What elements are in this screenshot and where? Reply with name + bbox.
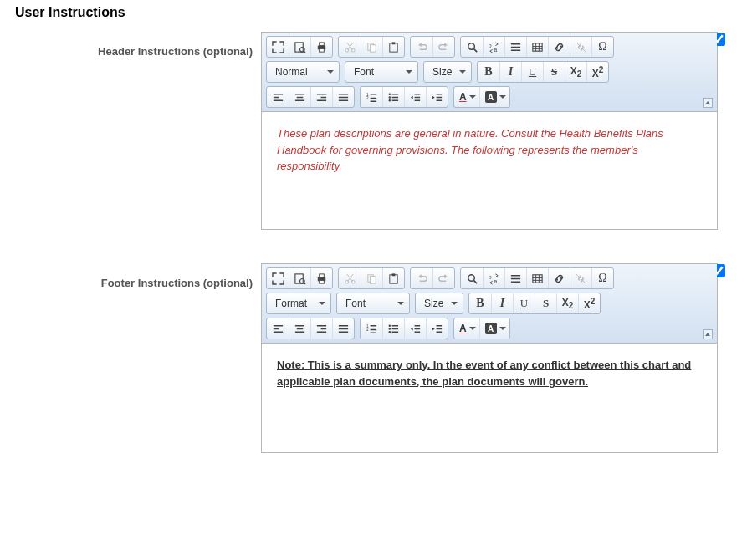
header-content-area[interactable]: These plan descriptions are general in n… [262,112,717,229]
unordered-list-icon[interactable] [382,318,404,339]
align-left-icon[interactable] [267,318,289,339]
header-instructions-label: Header Instructions (optional) [0,32,261,58]
superscript-button[interactable]: X2 [586,62,608,82]
svg-point-45 [389,96,391,98]
italic-button[interactable]: I [499,62,521,82]
copy-icon[interactable] [361,37,382,57]
special-char-icon[interactable]: Ω [591,268,613,288]
svg-rect-21 [533,43,542,50]
svg-text:b: b [489,273,492,279]
copy-icon[interactable] [361,268,382,288]
svg-point-46 [389,99,391,101]
format-select[interactable]: Format [266,293,331,314]
subscript-button[interactable]: X2 [556,293,578,313]
maximize-icon[interactable] [267,268,289,288]
link-icon[interactable] [548,268,570,288]
svg-rect-12 [390,43,397,51]
svg-point-70 [468,274,474,281]
superscript-button[interactable]: X2 [578,293,600,313]
special-char-icon[interactable]: Ω [591,37,613,57]
size-select[interactable]: Size [415,293,463,314]
redo-icon[interactable] [432,37,454,57]
svg-line-15 [473,48,477,52]
italic-button[interactable]: I [491,293,513,313]
table-icon[interactable] [526,37,548,57]
paste-icon[interactable] [382,268,404,288]
bold-button[interactable]: B [478,62,499,82]
svg-line-2 [304,51,305,53]
toolbar-collapse-icon[interactable] [703,329,713,339]
line-height-icon[interactable] [504,268,526,288]
svg-rect-68 [390,274,397,283]
bg-color-button[interactable]: A [479,87,509,107]
header-editor: ba Ω Normal Font Size [261,32,718,230]
align-right-icon[interactable] [310,87,332,107]
toolbar-collapse-icon[interactable] [703,98,713,108]
footer-content-area[interactable]: Note: This is a summary only. In the eve… [262,344,717,452]
print-icon[interactable] [310,268,332,288]
svg-line-64 [347,273,353,280]
strike-button[interactable]: S [535,293,556,313]
svg-point-44 [389,93,391,94]
svg-text:2: 2 [366,96,368,100]
subscript-button[interactable]: X2 [565,62,586,82]
strike-button[interactable]: S [543,62,565,82]
format-select[interactable]: Normal [266,61,340,83]
ordered-list-icon[interactable]: 12 [361,87,382,107]
outdent-icon[interactable] [404,318,426,339]
svg-text:b: b [489,42,492,48]
svg-point-102 [389,331,391,333]
undo-icon[interactable] [411,268,432,288]
unordered-list-icon[interactable] [382,87,404,107]
replace-icon[interactable]: ba [483,268,504,288]
svg-rect-69 [392,273,396,276]
text-color-button[interactable]: A [454,318,479,339]
find-icon[interactable] [461,268,483,288]
align-center-icon[interactable] [289,87,310,107]
replace-icon[interactable]: ba [483,37,504,57]
svg-text:a: a [494,47,498,53]
svg-text:2: 2 [366,328,368,332]
bg-color-button[interactable]: A [479,318,509,339]
svg-rect-77 [533,274,542,282]
cut-icon[interactable] [339,268,361,288]
maximize-icon[interactable] [267,37,289,57]
svg-line-8 [347,42,353,48]
print-icon[interactable] [310,37,332,57]
align-justify-icon[interactable] [332,87,354,107]
paste-icon[interactable] [382,37,404,57]
redo-icon[interactable] [432,268,454,288]
align-left-icon[interactable] [267,87,289,107]
find-icon[interactable] [461,37,483,57]
indent-icon[interactable] [426,87,448,107]
align-right-icon[interactable] [310,318,332,339]
indent-icon[interactable] [426,318,448,339]
outdent-icon[interactable] [404,87,426,107]
underline-button[interactable]: U [513,293,535,313]
footer-instructions-label: Footer Instructions (optional) [0,263,261,289]
ordered-list-icon[interactable]: 12 [361,318,382,339]
font-select[interactable]: Font [336,293,410,314]
align-justify-icon[interactable] [332,318,354,339]
preview-icon[interactable] [289,37,310,57]
preview-icon[interactable] [289,268,310,288]
cut-icon[interactable] [339,37,361,57]
font-select[interactable]: Font [345,61,418,83]
header-toolbar: ba Ω Normal Font Size [262,33,717,112]
table-icon[interactable] [526,268,548,288]
text-color-button[interactable]: A [454,87,479,107]
svg-rect-11 [371,44,376,51]
footer-toolbar: ba Ω Format Font Size [262,264,717,344]
svg-line-65 [346,273,352,280]
bold-button[interactable]: B [469,293,491,313]
size-select[interactable]: Size [423,61,472,83]
link-icon[interactable] [548,37,570,57]
align-center-icon[interactable] [289,318,310,339]
unlink-icon[interactable] [570,37,591,57]
svg-rect-67 [371,276,376,283]
underline-button[interactable]: U [521,62,543,82]
line-height-icon[interactable] [504,37,526,57]
undo-icon[interactable] [411,37,432,57]
svg-rect-5 [320,48,325,52]
unlink-icon[interactable] [570,268,591,288]
